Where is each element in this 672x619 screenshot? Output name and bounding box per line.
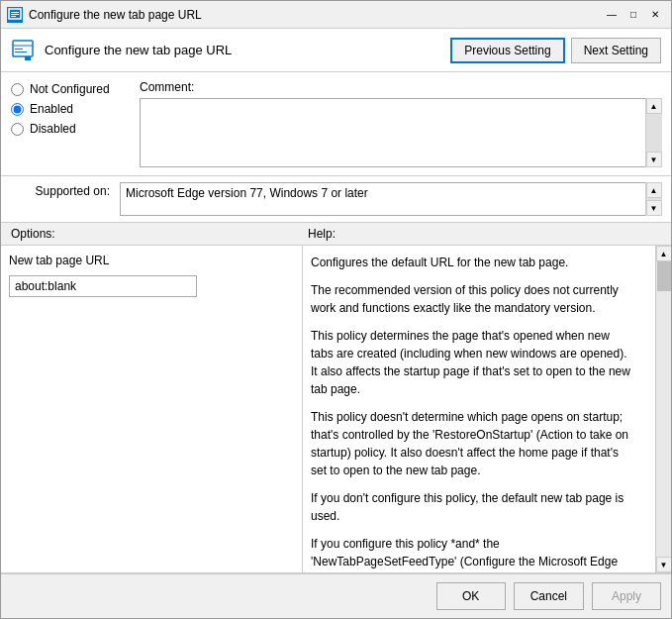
close-button[interactable]: ✕ bbox=[645, 6, 665, 24]
help-panel: Configures the default URL for the new t… bbox=[303, 246, 655, 572]
options-section-header: Options: bbox=[11, 227, 308, 241]
supported-scroll-up[interactable]: ▲ bbox=[646, 182, 662, 198]
options-panel: New tab page URL bbox=[1, 246, 303, 572]
help-scroll-track bbox=[656, 261, 672, 557]
supported-scroll-down[interactable]: ▼ bbox=[646, 200, 662, 216]
minimize-button[interactable]: — bbox=[602, 6, 622, 24]
main-window: Configure the new tab page URL — □ ✕ Con… bbox=[0, 0, 672, 619]
footer: OK Cancel Apply bbox=[1, 573, 671, 618]
svg-rect-3 bbox=[11, 16, 16, 17]
disabled-label: Disabled bbox=[30, 122, 76, 136]
title-bar: Configure the new tab page URL — □ ✕ bbox=[1, 1, 671, 29]
help-scroll-thumb bbox=[657, 261, 671, 291]
supported-label: Supported on: bbox=[11, 182, 110, 198]
svg-rect-2 bbox=[11, 14, 19, 15]
help-para-5: If you don't configure this policy, the … bbox=[311, 489, 631, 525]
header-title: Configure the new tab page URL bbox=[45, 43, 440, 57]
svg-rect-1 bbox=[11, 12, 19, 13]
header-section: Configure the new tab page URL Previous … bbox=[1, 29, 671, 72]
help-scroll-down[interactable]: ▼ bbox=[656, 557, 672, 572]
help-para-2: The recommended version of this policy d… bbox=[311, 281, 631, 317]
supported-value: Microsoft Edge version 77, Windows 7 or … bbox=[120, 182, 661, 216]
previous-setting-button[interactable]: Previous Setting bbox=[450, 38, 564, 63]
header-icon bbox=[11, 39, 35, 62]
title-bar-controls: — □ ✕ bbox=[602, 6, 665, 24]
main-content: New tab page URL Configures the default … bbox=[1, 246, 671, 573]
title-bar-text: Configure the new tab page URL bbox=[29, 8, 596, 22]
disabled-option[interactable]: Disabled bbox=[11, 122, 130, 136]
radio-group: Not Configured Enabled Disabled bbox=[11, 80, 130, 167]
not-configured-radio[interactable] bbox=[11, 83, 24, 96]
help-para-1: Configures the default URL for the new t… bbox=[311, 254, 631, 271]
enabled-option[interactable]: Enabled bbox=[11, 102, 130, 116]
help-para-4: This policy doesn't determine which page… bbox=[311, 408, 631, 479]
comment-label: Comment: bbox=[140, 80, 661, 94]
svg-rect-8 bbox=[25, 56, 31, 60]
comment-scroll-down[interactable]: ▼ bbox=[646, 152, 662, 167]
supported-scrollbar: ▲ ▼ bbox=[645, 182, 661, 216]
comment-scroll-up[interactable]: ▲ bbox=[646, 98, 662, 114]
help-para-3: This policy determines the page that's o… bbox=[311, 327, 631, 398]
disabled-radio[interactable] bbox=[11, 123, 24, 136]
header-buttons: Previous Setting Next Setting bbox=[450, 38, 661, 63]
cancel-button[interactable]: Cancel bbox=[514, 582, 584, 610]
not-configured-option[interactable]: Not Configured bbox=[11, 82, 130, 96]
not-configured-label: Not Configured bbox=[30, 82, 110, 96]
enabled-radio[interactable] bbox=[11, 103, 24, 116]
next-setting-button[interactable]: Next Setting bbox=[571, 38, 661, 63]
options-field-label: New tab page URL bbox=[9, 254, 294, 267]
window-icon bbox=[7, 7, 23, 23]
svg-rect-7 bbox=[15, 52, 27, 52]
top-section: Not Configured Enabled Disabled Comment:… bbox=[1, 72, 671, 176]
supported-section: Supported on: Microsoft Edge version 77,… bbox=[1, 176, 671, 223]
apply-button[interactable]: Apply bbox=[592, 582, 661, 610]
ok-button[interactable]: OK bbox=[436, 582, 506, 610]
svg-rect-6 bbox=[15, 49, 23, 50]
comment-scrollbar: ▲ ▼ bbox=[645, 98, 661, 167]
enabled-label: Enabled bbox=[30, 102, 73, 116]
comment-section: Comment: ▲ ▼ bbox=[140, 80, 661, 167]
help-scroll-up[interactable]: ▲ bbox=[656, 246, 672, 261]
help-section-header: Help: bbox=[308, 227, 661, 241]
new-tab-url-input[interactable] bbox=[9, 275, 197, 297]
comment-scroll-track bbox=[646, 114, 662, 152]
help-scrollbar: ▲ ▼ bbox=[655, 246, 671, 572]
maximize-button[interactable]: □ bbox=[624, 6, 643, 24]
help-para-6: If you configure this policy *and* the '… bbox=[311, 535, 631, 572]
section-headers: Options: Help: bbox=[1, 223, 671, 246]
comment-textarea[interactable] bbox=[140, 98, 661, 167]
